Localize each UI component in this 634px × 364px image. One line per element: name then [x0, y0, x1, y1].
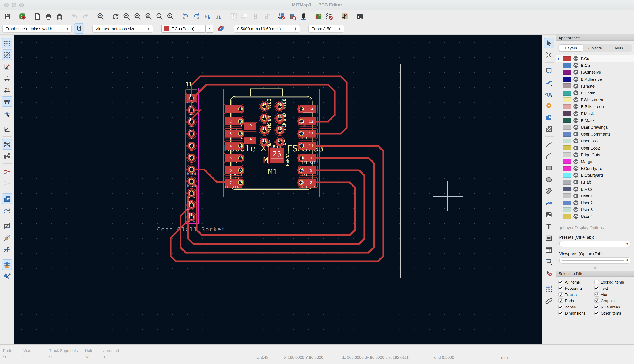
filter-zones[interactable]: Zones [558, 304, 594, 309]
layer-color-swatch[interactable] [563, 186, 571, 192]
cursor-shape-icon[interactable] [2, 108, 12, 118]
filter-vias[interactable]: Vias [594, 292, 632, 296]
redo-icon[interactable] [80, 11, 91, 22]
add-zone-icon[interactable] [544, 112, 554, 122]
properties-tools-icon[interactable] [2, 271, 12, 282]
layer-pair-icon[interactable] [216, 24, 226, 34]
filter-all-items[interactable]: All items [558, 280, 594, 284]
footprint-properties-icon[interactable] [298, 11, 308, 22]
visibility-eye-icon[interactable] [573, 200, 578, 206]
checkbox[interactable] [558, 304, 563, 309]
add-textbox-icon[interactable] [544, 232, 554, 243]
layer-row-user-4[interactable]: User.4 [556, 213, 634, 220]
layer-color-swatch[interactable] [563, 104, 571, 109]
add-via-icon[interactable] [544, 100, 554, 111]
filter-other-items[interactable]: Other items [594, 311, 632, 315]
checkbox[interactable] [558, 311, 563, 315]
visibility-eye-icon[interactable] [573, 63, 578, 68]
draw-line-icon[interactable] [544, 139, 554, 150]
filter-tracks[interactable]: Tracks [558, 292, 594, 296]
add-rule-area-icon[interactable] [544, 124, 554, 134]
visibility-eye-icon[interactable] [573, 70, 578, 75]
add-dimension-icon[interactable] [544, 256, 554, 266]
filter-dimensions[interactable]: Dimensions [558, 311, 594, 315]
layer-display-options[interactable]: ▶Layer Display Options [560, 225, 634, 230]
presets-select[interactable]: ▲▼ [559, 240, 631, 247]
ungroup-icon[interactable] [240, 11, 250, 22]
layer-color-swatch[interactable] [563, 111, 571, 116]
layer-row-f-cu[interactable]: ▶F.Cu [556, 55, 634, 62]
net-colors-icon[interactable] [2, 166, 12, 177]
checkbox[interactable] [594, 292, 599, 296]
layer-row-user-2[interactable]: User.2 [556, 199, 634, 206]
layer-row-b-cu[interactable]: B.Cu [556, 62, 634, 69]
checkbox[interactable] [594, 304, 599, 309]
mirror-vertical-icon[interactable] [213, 11, 224, 22]
via-size-select[interactable]: Via: use netclass sizes ▲▼ [92, 24, 153, 33]
checkbox[interactable] [594, 286, 599, 290]
lock-icon[interactable] [250, 11, 260, 22]
add-table-icon[interactable] [544, 244, 554, 255]
update-pcb-icon[interactable] [276, 11, 286, 22]
panel-drag-handle[interactable] [594, 266, 596, 269]
page-settings-icon[interactable] [32, 11, 43, 22]
layer-row-b-mask[interactable]: B.Mask [556, 117, 634, 124]
ratsnest-icon[interactable] [2, 139, 12, 150]
plot-icon[interactable] [54, 11, 64, 22]
zoom-in-icon[interactable] [122, 11, 132, 22]
layer-row-f-silkscreen[interactable]: F.Silkscreen [556, 96, 634, 103]
auto-track-width-toggle[interactable] [74, 24, 84, 34]
net-inspector-icon[interactable] [340, 11, 350, 22]
layer-color-swatch[interactable] [563, 200, 571, 205]
update-footprints-icon[interactable] [314, 11, 324, 22]
layer-color-swatch[interactable] [563, 77, 571, 82]
grid-dots-icon[interactable] [2, 38, 12, 48]
layer-row-f-courtyard[interactable]: F.Courtyard [556, 165, 634, 172]
layer-selector[interactable]: F.Cu (PgUp) ▼ [161, 24, 213, 33]
delete-tool-icon[interactable] [544, 268, 554, 278]
draw-rect-icon[interactable] [544, 162, 554, 173]
zoom-out-icon[interactable] [132, 11, 143, 22]
visibility-eye-icon[interactable] [573, 193, 578, 198]
visibility-eye-icon[interactable] [573, 166, 578, 171]
drc-icon[interactable] [324, 11, 334, 22]
undo-icon[interactable] [70, 11, 80, 22]
layer-row-edge-cuts[interactable]: Edge.Cuts [556, 151, 634, 158]
layer-row-user-3[interactable]: User.3 [556, 206, 634, 213]
layer-row-f-mask[interactable]: F.Mask [556, 110, 634, 117]
viewports-select[interactable]: ▲▼ [559, 257, 631, 263]
layer-color-swatch[interactable] [563, 180, 571, 185]
angle-mode-icon[interactable] [2, 124, 12, 134]
filter-footprints[interactable]: Footprints [558, 286, 594, 290]
polar-coords-icon[interactable]: rθ [2, 61, 12, 72]
layer-color-swatch[interactable] [563, 214, 571, 219]
pcb-canvas[interactable]: J1Conn_01x11_SocketModule_XIAO-ESP32S3BA… [14, 35, 542, 344]
visibility-eye-icon[interactable] [573, 104, 578, 109]
layer-row-margin[interactable]: Margin [556, 158, 634, 165]
tab-layers[interactable]: Layers [559, 44, 583, 51]
layer-row-b-silkscreen[interactable]: B.Silkscreen [556, 103, 634, 110]
layer-row-user-eco1[interactable]: User.Eco1 [556, 138, 634, 144]
visibility-eye-icon[interactable] [573, 173, 578, 178]
zone-fill-icon[interactable] [2, 193, 12, 204]
checkbox[interactable] [594, 280, 599, 284]
checkbox[interactable] [594, 311, 599, 315]
layer-color-swatch[interactable] [563, 118, 571, 123]
layer-color-swatch[interactable] [563, 194, 571, 198]
visibility-eye-icon[interactable] [573, 90, 578, 96]
add-footprint-icon[interactable] [544, 65, 554, 76]
zone-outline-icon[interactable] [2, 205, 12, 216]
layer-color-swatch[interactable] [563, 56, 571, 61]
visibility-eye-icon[interactable] [573, 186, 578, 192]
add-text-icon[interactable] [544, 221, 554, 232]
layer-row-user-1[interactable]: User.1 [556, 192, 634, 199]
select-icon[interactable] [544, 38, 554, 48]
layer-color-swatch[interactable] [563, 125, 571, 130]
footprint-outline-icon[interactable] [2, 220, 12, 231]
layer-color-swatch[interactable] [563, 97, 571, 102]
tune-length-icon[interactable] [544, 88, 554, 99]
layer-color-swatch[interactable] [563, 152, 571, 157]
zoom-selection-icon[interactable] [166, 11, 176, 22]
checkbox[interactable] [594, 298, 599, 303]
layer-row-b-courtyard[interactable]: B.Courtyard [556, 172, 634, 178]
